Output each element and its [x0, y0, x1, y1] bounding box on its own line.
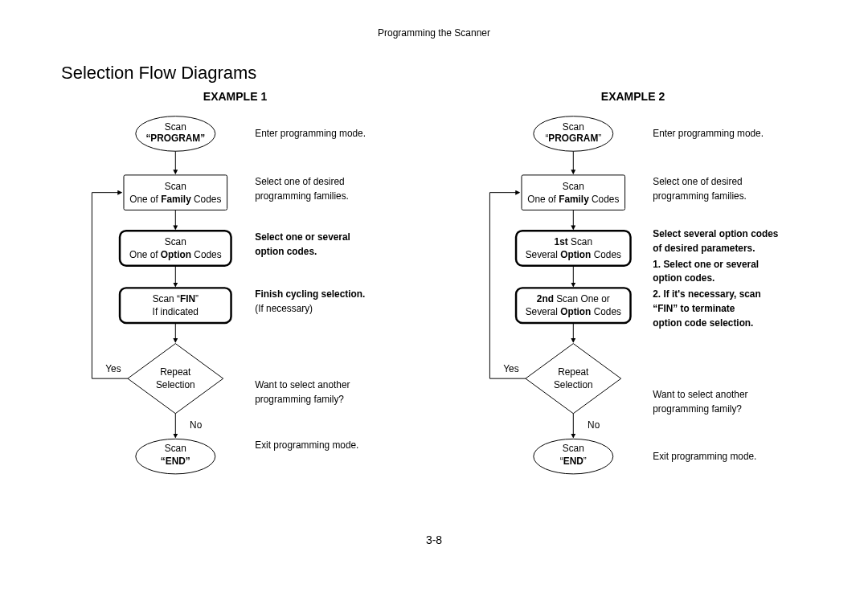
family-line2: One of Family Codes — [527, 194, 619, 205]
note-4b: (If necessary) — [255, 303, 313, 314]
page-number: 3-8 — [0, 533, 868, 546]
example-2-title: EXAMPLE 2 — [446, 90, 820, 103]
fin-line2: If indicated — [153, 306, 199, 317]
start-line2: “PROGRAM” — [145, 133, 205, 144]
note-3b: option codes. — [255, 246, 317, 257]
note-1: Enter programming mode. — [255, 128, 366, 139]
start-line2: “PROGRAM” — [545, 133, 601, 144]
end-line2: “END” — [560, 456, 587, 467]
family-line2: One of Family Codes — [129, 194, 221, 205]
option-line2: One of Option Codes — [129, 249, 222, 260]
note-3c: 1. Select one or several — [653, 259, 759, 270]
example-1-title: EXAMPLE 1 — [48, 90, 422, 103]
note-5a: Want to select another — [653, 389, 747, 400]
no-label: No — [190, 419, 203, 431]
opt2-line2: Several Option Codes — [526, 306, 621, 317]
family-line1: Scan — [165, 181, 186, 192]
opt1-line2: Several Option Codes — [526, 249, 621, 260]
note-5a: Want to select another — [255, 379, 350, 390]
note-6: Exit programming mode. — [653, 451, 756, 462]
no-label: No — [588, 419, 600, 431]
example-1-column: EXAMPLE 1 Scan “PROGRAM” Enter programmi… — [48, 90, 422, 529]
decision-line1: Repeat — [558, 366, 589, 378]
end-line1: Scan — [563, 443, 584, 454]
yes-label: Yes — [503, 363, 518, 374]
decision-line1: Repeat — [160, 366, 191, 378]
opt1-line1: 1st Scan — [555, 236, 592, 247]
start-line1: Scan — [563, 121, 584, 133]
flowchart-1: Scan “PROGRAM” Enter programming mode. S… — [48, 108, 422, 525]
note-3b: of desired parameters. — [653, 243, 755, 254]
note-3a: Select several option codes — [653, 228, 779, 239]
end-line2: “END” — [161, 456, 190, 467]
note-2a: Select one of desired — [653, 176, 742, 187]
page-header: Programming the Scanner — [0, 0, 868, 39]
note-3e: 2. If it's necessary, scan — [653, 288, 760, 300]
note-2b: programming families. — [653, 190, 747, 202]
fin-line1: Scan “FIN” — [153, 293, 199, 304]
decision-line2: Selection — [554, 379, 593, 390]
note-5b: programming family? — [653, 403, 742, 415]
note-2a: Select one of desired — [255, 176, 344, 187]
note-6: Exit programming mode. — [255, 439, 358, 451]
family-line1: Scan — [563, 181, 584, 192]
start-line1: Scan — [165, 121, 186, 133]
note-3d: option codes. — [653, 272, 714, 284]
note-5b: programming family? — [255, 394, 344, 405]
note-4a: Finish cycling selection. — [255, 288, 365, 300]
note-3a: Select one or several — [255, 231, 350, 243]
diagram-columns: EXAMPLE 1 Scan “PROGRAM” Enter programmi… — [0, 90, 868, 529]
note-3g: option code selection. — [653, 317, 753, 329]
flowchart-2: Scan “PROGRAM” Enter programming mode. S… — [446, 108, 820, 525]
option-line1: Scan — [165, 236, 186, 247]
opt2-line1: 2nd Scan One or — [537, 293, 610, 304]
decision-line2: Selection — [156, 379, 195, 390]
note-3f: “FIN” to terminate — [653, 303, 735, 314]
yes-label: Yes — [105, 363, 121, 374]
note-2b: programming families. — [255, 190, 349, 202]
end-line1: Scan — [165, 443, 186, 454]
example-2-column: EXAMPLE 2 Scan “PROGRAM” Enter programmi… — [446, 90, 820, 529]
note-1: Enter programming mode. — [653, 128, 764, 139]
main-title: Selection Flow Diagrams — [61, 63, 868, 84]
